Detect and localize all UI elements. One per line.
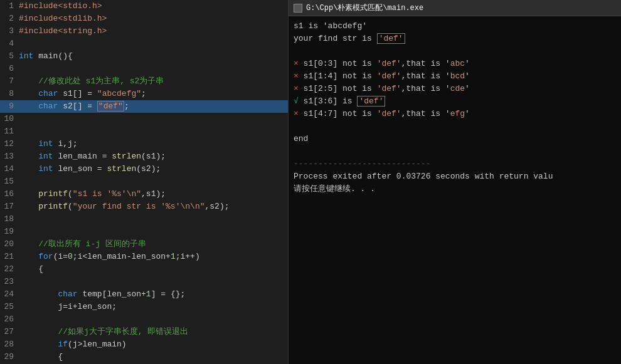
line-number: 1	[0, 0, 19, 13]
line-number: 27	[0, 326, 19, 338]
line-number: 16	[0, 188, 19, 200]
line-content: int len_main = strlen(s1);	[19, 150, 283, 163]
code-line-23: 23	[0, 276, 288, 288]
line-number: 18	[0, 213, 19, 226]
line-content	[19, 63, 283, 75]
line-content: #include<string.h>	[19, 25, 283, 38]
code-line-8: 8 char s1[] = "abcdefg";	[0, 88, 288, 100]
terminal-line-10	[294, 145, 616, 158]
code-line-19: 19	[0, 226, 288, 238]
line-content: char temp[len_son+1] = {};	[19, 288, 283, 301]
line-content: #include<stdlib.h>	[19, 13, 283, 25]
code-line-6: 6	[0, 63, 288, 75]
line-number: 17	[0, 200, 19, 213]
code-line-5: 5int main(){	[0, 50, 288, 63]
terminal-line-6: √ s1[3:6] is 'def'	[294, 95, 616, 108]
line-number: 4	[0, 38, 19, 50]
line-number: 26	[0, 313, 19, 326]
line-content: int i,j;	[19, 138, 283, 150]
line-number: 19	[0, 226, 19, 238]
code-line-16: 16 printf("s1 is '%s'\n",s1);	[0, 188, 288, 200]
line-number: 14	[0, 163, 19, 175]
terminal-body: s1 is 'abcdefg'your find str is 'def' × …	[289, 16, 621, 364]
line-content: //取出所有 i-j 区间的子串	[19, 238, 283, 251]
line-number: 23	[0, 276, 19, 288]
terminal-line-8	[294, 120, 616, 133]
terminal-line-13: 请按任意键继续. . .	[294, 183, 616, 195]
line-number: 28	[0, 338, 19, 351]
terminal-line-5: × s1[2:5] not is 'def',that is 'cde'	[294, 83, 616, 95]
line-content: {	[19, 263, 283, 276]
line-number: 25	[0, 301, 19, 313]
code-line-1: 1#include<stdio.h>	[0, 0, 288, 13]
terminal-title: G:\Cpp\朴素模式匹配\main.exe	[306, 3, 423, 13]
code-line-9: 9 char s2[] = "def";	[0, 100, 288, 113]
line-content: printf("s1 is '%s'\n",s1);	[19, 188, 283, 200]
line-number: 3	[0, 25, 19, 38]
line-content: int len_son = strlen(s2);	[19, 163, 283, 175]
line-content: for(i=0;i<len_main-len_son+1;i++)	[19, 251, 283, 263]
terminal-line-0: s1 is 'abcdefg'	[294, 20, 616, 33]
line-content: char s2[] = "def";	[19, 100, 283, 113]
line-number: 20	[0, 238, 19, 251]
code-line-17: 17 printf("your find str is '%s'\n\n",s2…	[0, 200, 288, 213]
code-line-25: 25 j=i+len_son;	[0, 301, 288, 313]
terminal-icon	[294, 4, 302, 13]
code-line-21: 21 for(i=0;i<len_main-len_son+1;i++)	[0, 251, 288, 263]
code-line-10: 10	[0, 113, 288, 125]
line-number: 22	[0, 263, 19, 276]
terminal-line-7: × s1[4:7] not is 'def',that is 'efg'	[294, 108, 616, 120]
code-line-18: 18	[0, 213, 288, 226]
code-line-27: 27 //如果j大于字串长度, 即错误退出	[0, 326, 288, 338]
line-number: 10	[0, 113, 19, 125]
line-number: 5	[0, 50, 19, 63]
code-line-3: 3#include<string.h>	[0, 25, 288, 38]
terminal-titlebar: G:\Cpp\朴素模式匹配\main.exe	[289, 0, 621, 16]
line-number: 8	[0, 88, 19, 100]
line-content: #include<stdio.h>	[19, 0, 283, 13]
code-line-14: 14 int len_son = strlen(s2);	[0, 163, 288, 175]
line-content	[19, 276, 283, 288]
line-content: char s1[] = "abcdefg";	[19, 88, 283, 100]
line-content: int main(){	[19, 50, 283, 63]
terminal-line-4: × s1[1:4] not is 'def',that is 'bcd'	[294, 70, 616, 83]
terminal-line-11: ----------------------------	[294, 158, 616, 170]
code-line-22: 22 {	[0, 263, 288, 276]
code-line-13: 13 int len_main = strlen(s1);	[0, 150, 288, 163]
line-content	[19, 313, 283, 326]
line-content	[19, 226, 283, 238]
line-number: 9	[0, 100, 19, 113]
line-content: //如果j大于字串长度, 即错误退出	[19, 326, 283, 338]
code-line-7: 7 //修改此处 s1为主串, s2为子串	[0, 75, 288, 88]
code-line-12: 12 int i,j;	[0, 138, 288, 150]
line-number: 11	[0, 125, 19, 138]
line-number: 7	[0, 75, 19, 88]
line-number: 24	[0, 288, 19, 301]
line-content: if(j>len_main)	[19, 338, 283, 351]
line-content	[19, 113, 283, 125]
line-content	[19, 38, 283, 50]
line-number: 12	[0, 138, 19, 150]
terminal-line-2	[294, 45, 616, 58]
terminal-line-9: end	[294, 133, 616, 145]
line-content: printf("your find str is '%s'\n\n",s2);	[19, 200, 283, 213]
code-line-20: 20 //取出所有 i-j 区间的子串	[0, 238, 288, 251]
code-editor: 1#include<stdio.h>2#include<stdlib.h>3#i…	[0, 0, 289, 364]
line-content	[19, 125, 283, 138]
line-number: 21	[0, 251, 19, 263]
line-content: //修改此处 s1为主串, s2为子串	[19, 75, 283, 88]
line-content	[19, 175, 283, 188]
terminal-line-3: × s1[0:3] not is 'def',that is 'abc'	[294, 58, 616, 70]
line-number: 6	[0, 63, 19, 75]
code-line-26: 26	[0, 313, 288, 326]
line-number: 2	[0, 13, 19, 25]
code-line-2: 2#include<stdlib.h>	[0, 13, 288, 25]
line-number: 29	[0, 351, 19, 363]
line-number: 15	[0, 175, 19, 188]
code-line-28: 28 if(j>len_main)	[0, 338, 288, 351]
terminal-line-1: your find str is 'def'	[294, 33, 616, 45]
line-content	[19, 213, 283, 226]
line-content: j=i+len_son;	[19, 301, 283, 313]
line-content: {	[19, 351, 283, 363]
terminal-line-12: Process exited after 0.03726 seconds wit…	[294, 170, 616, 183]
